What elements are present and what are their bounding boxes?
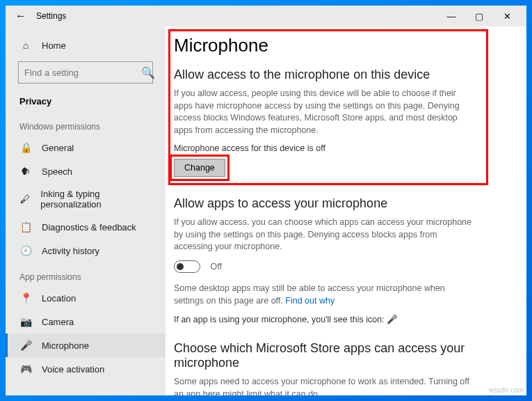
camera-icon: 📷: [19, 315, 32, 328]
sidebar-item-label: Voice activation: [42, 364, 104, 375]
speech-icon: 🗣: [19, 165, 32, 178]
sidebar-item-home[interactable]: ⌂ Home: [6, 33, 166, 57]
sidebar-item-diagnostics-feedback[interactable]: 📋Diagnostics & feedback: [6, 215, 166, 239]
sidebar-item-label: Speech: [42, 166, 72, 177]
search-input[interactable]: [24, 68, 141, 78]
section-heading: Choose which Microsoft Store apps can ac…: [174, 341, 508, 370]
main-content: Microphone Allow access to the microphon…: [166, 26, 526, 395]
section-description: Some apps need to access your microphone…: [174, 376, 473, 395]
diagnostics-icon: 📋: [19, 221, 32, 233]
sidebar-item-general[interactable]: 🔒General: [6, 136, 166, 159]
microphone-icon: 🎤: [19, 339, 32, 352]
search-box[interactable]: 🔍: [18, 61, 153, 84]
sidebar-item-location[interactable]: 📍Location: [6, 286, 166, 310]
maximize-button[interactable]: ▢: [465, 6, 493, 26]
back-button[interactable]: ←: [11, 10, 31, 22]
activity-icon: 🕘: [19, 244, 32, 257]
section-heading: Allow apps to access your microphone: [174, 196, 508, 211]
sidebar-item-label: Inking & typing personalization: [40, 189, 152, 210]
find-out-why-link[interactable]: Find out why: [285, 296, 334, 306]
section-description: If you allow access, people using this d…: [174, 88, 473, 136]
watermark: wsxdn.com: [489, 386, 524, 394]
sidebar-item-label: Diagnostics & feedback: [42, 222, 136, 233]
section-description: If you allow access, you can choose whic…: [174, 217, 473, 253]
general-icon: 🔒: [19, 141, 32, 154]
sidebar: ⌂ Home 🔍 Privacy Windows permissions 🔒Ge…: [6, 26, 166, 395]
sidebar-category: Privacy: [6, 91, 166, 112]
minimize-button[interactable]: —: [437, 6, 465, 26]
voice-icon: 🎮: [19, 363, 32, 375]
section-heading: Allow access to the microphone on this d…: [174, 68, 508, 82]
close-button[interactable]: ✕: [493, 6, 521, 26]
settings-window: ← Settings — ▢ ✕ ⌂ Home 🔍 Privacy Window…: [6, 6, 526, 395]
mic-usage-note: If an app is using your microphone, you'…: [174, 314, 508, 324]
sidebar-item-microphone[interactable]: 🎤Microphone: [6, 333, 166, 357]
location-icon: 📍: [19, 292, 32, 304]
sidebar-item-label: Activity history: [42, 246, 99, 256]
status-text: Microphone access for this device is off: [174, 143, 508, 153]
toggle-label: Off: [210, 262, 221, 272]
sidebar-item-speech[interactable]: 🗣Speech: [6, 159, 166, 183]
sidebar-group-windows: Windows permissions: [6, 112, 166, 136]
titlebar: ← Settings — ▢ ✕: [6, 6, 526, 26]
window-title: Settings: [36, 11, 66, 21]
sidebar-item-label: Microphone: [42, 340, 89, 351]
sidebar-item-label: Location: [42, 293, 76, 304]
sidebar-item-label: Camera: [42, 317, 74, 327]
change-button[interactable]: Change: [174, 159, 225, 177]
sidebar-item-voice-activation[interactable]: 🎮Voice activation: [6, 357, 166, 381]
sidebar-item-inking-typing-personalization[interactable]: 🖋Inking & typing personalization: [6, 183, 166, 215]
inking-icon: 🖋: [19, 193, 31, 205]
sidebar-item-label: General: [42, 143, 74, 153]
search-icon: 🔍: [141, 66, 155, 79]
sidebar-item-camera[interactable]: 📷Camera: [6, 310, 166, 333]
sidebar-group-app: App permissions: [6, 262, 166, 286]
page-title: Microphone: [174, 35, 508, 56]
sidebar-item-label: Home: [42, 40, 66, 51]
sidebar-item-activity-history[interactable]: 🕘Activity history: [6, 239, 166, 262]
home-icon: ⌂: [19, 39, 32, 52]
toggle-switch[interactable]: [174, 260, 200, 273]
section-note: Some desktop apps may still be able to a…: [174, 283, 473, 307]
